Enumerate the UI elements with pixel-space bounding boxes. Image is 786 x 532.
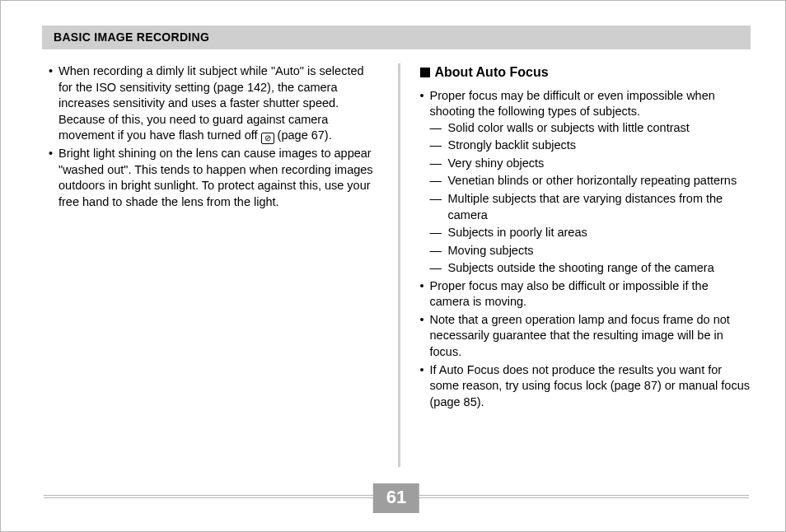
left-bullet-list: When recording a dimly lit subject while… [49, 63, 380, 211]
dash-text: Subjects outside the shooting range of t… [448, 261, 714, 274]
dash-text: Multiple subjects that are varying dista… [448, 192, 723, 222]
subsection-heading-text: About Auto Focus [435, 65, 549, 79]
section-header: BASIC IMAGE RECORDING [42, 26, 751, 49]
left-bullet-1: When recording a dimly lit subject while… [49, 63, 380, 144]
page-number: 61 [386, 487, 406, 507]
dash-item: Venetian blinds or other horizontally re… [430, 173, 751, 189]
left-bullet-2: Bright light shining on the lens can cau… [49, 146, 380, 210]
dash-item: Subjects in poorly lit areas [430, 225, 751, 241]
dash-sublist: Solid color walls or subjects with littl… [430, 120, 751, 277]
dash-item: Strongly backlit subjects [430, 138, 751, 154]
content-columns: When recording a dimly lit subject while… [49, 63, 751, 465]
right-bullet-2: Proper focus may also be difficult or im… [420, 278, 751, 310]
right-bullet-3: Note that a green operation lamp and foc… [420, 312, 751, 361]
bullet-text: Note that a green operation lamp and foc… [430, 313, 730, 358]
dash-item: Multiple subjects that are varying dista… [430, 191, 751, 223]
bullet-text: If Auto Focus does not produce the resul… [430, 363, 750, 408]
dash-text: Moving subjects [448, 244, 534, 257]
dash-item: Moving subjects [430, 243, 751, 259]
dash-item: Very shiny objects [430, 156, 751, 172]
right-column: About Auto Focus Proper focus may be dif… [400, 63, 751, 465]
flash-off-icon: ⊘ [261, 133, 274, 144]
bullet-text: Bright light shining on the lens can cau… [58, 147, 373, 208]
dash-item: Solid color walls or subjects with littl… [430, 120, 751, 137]
section-header-text: BASIC IMAGE RECORDING [54, 30, 209, 44]
right-bullet-list: Proper focus may be difficult or even im… [420, 88, 751, 411]
manual-page: BASIC IMAGE RECORDING When recording a d… [0, 0, 786, 532]
page-number-badge: 61 [373, 483, 419, 513]
right-bullet-4: If Auto Focus does not produce the resul… [420, 362, 751, 411]
page-footer: 61 [42, 483, 751, 510]
bullet-text: Proper focus may also be difficult or im… [430, 279, 709, 309]
square-bullet-icon [420, 68, 430, 77]
dash-text: Venetian blinds or other horizontally re… [448, 174, 737, 187]
dash-text: Strongly backlit subjects [448, 138, 577, 152]
bullet-text-post: (page 67). [278, 128, 332, 142]
subsection-heading: About Auto Focus [420, 63, 751, 82]
right-bullet-1: Proper focus may be difficult or even im… [420, 88, 751, 277]
dash-text: Subjects in poorly lit areas [448, 226, 587, 239]
dash-text: Very shiny objects [448, 156, 545, 170]
bullet-text: Proper focus may be difficult or even im… [430, 89, 715, 119]
dash-item: Subjects outside the shooting range of t… [430, 260, 751, 277]
dash-text: Solid color walls or subjects with littl… [448, 121, 690, 134]
left-column: When recording a dimly lit subject while… [49, 63, 398, 465]
